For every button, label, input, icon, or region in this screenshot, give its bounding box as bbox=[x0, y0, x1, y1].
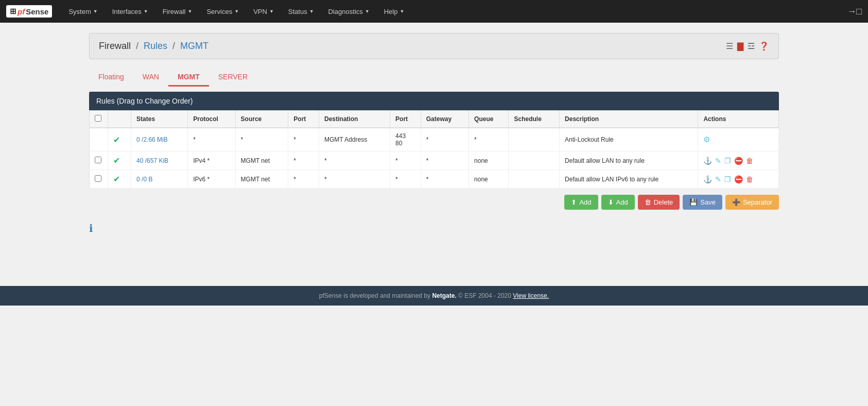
row3-source: MGMT net bbox=[235, 170, 288, 189]
navbar-right: →□ bbox=[847, 6, 862, 17]
row3-queue: none bbox=[469, 170, 509, 189]
separator-button[interactable]: ➕ Separator bbox=[725, 195, 779, 210]
row2-gateway: * bbox=[421, 151, 468, 170]
row1-schedule bbox=[509, 128, 560, 151]
table-icon[interactable]: ☲ bbox=[748, 41, 755, 51]
col-gateway: Gateway bbox=[421, 111, 468, 128]
row2-states[interactable]: 40 /657 KiB bbox=[131, 151, 188, 170]
save-button[interactable]: 💾 Save bbox=[683, 195, 722, 210]
save-icon: 💾 bbox=[689, 198, 698, 206]
row2-schedule bbox=[509, 151, 560, 170]
copy-icon[interactable]: ❐ bbox=[724, 157, 731, 165]
footer-netgate: Netgate. bbox=[432, 292, 456, 299]
col-schedule: Schedule bbox=[509, 111, 560, 128]
tab-mgmt[interactable]: MGMT bbox=[168, 69, 209, 87]
row1-port-src: * bbox=[288, 128, 319, 151]
anchor-icon[interactable]: ⚓ bbox=[703, 175, 712, 183]
enabled-check-icon: ✔ bbox=[113, 175, 120, 183]
pencil-icon[interactable]: ✎ bbox=[715, 175, 721, 183]
logo-icon: ⊞ bbox=[10, 7, 16, 16]
gear-icon[interactable]: ⚙ bbox=[703, 135, 710, 144]
table-header-row: States Protocol Source Port Destination … bbox=[90, 111, 779, 128]
col-enabled bbox=[108, 111, 131, 128]
copy-icon[interactable]: ❐ bbox=[724, 175, 731, 183]
table-row: ✔ 0 /0 B IPv6 * MGMT net * * * * none De… bbox=[90, 170, 779, 189]
row3-checkbox-cell bbox=[90, 170, 108, 189]
nav-services[interactable]: Services ▼ bbox=[200, 5, 245, 19]
nav-help[interactable]: Help ▼ bbox=[378, 5, 411, 19]
add-down-button[interactable]: ⬇ Add bbox=[601, 195, 635, 210]
row1-source: * bbox=[235, 128, 288, 151]
row1-queue: * bbox=[469, 128, 509, 151]
row3-actions: ⚓ ✎ ❐ ⛔ 🗑 bbox=[698, 170, 779, 189]
select-all-checkbox[interactable] bbox=[95, 115, 101, 122]
breadcrumb-icons: ☰ ▇ ☲ ❓ bbox=[726, 41, 769, 51]
row1-states[interactable]: 0 /2.66 MiB bbox=[131, 128, 188, 151]
row2-port-dst: * bbox=[390, 151, 421, 170]
col-port-src: Port bbox=[288, 111, 319, 128]
col-states: States bbox=[131, 111, 188, 128]
row3-port-dst: * bbox=[390, 170, 421, 189]
navbar: ⊞ pfSense System ▼ Interfaces ▼ Firewall… bbox=[0, 0, 868, 23]
row1-enabled: ✔ bbox=[108, 128, 131, 151]
footer-license-link[interactable]: View license. bbox=[513, 292, 549, 299]
col-source: Source bbox=[235, 111, 288, 128]
pencil-icon[interactable]: ✎ bbox=[715, 157, 721, 165]
footer: pfSense is developed and maintained by N… bbox=[0, 286, 868, 306]
footer-brand: pfSense bbox=[319, 292, 342, 299]
col-checkbox bbox=[90, 111, 108, 128]
trash-icon[interactable]: 🗑 bbox=[746, 157, 753, 165]
table-row: ✔ 0 /2.66 MiB * * * MGMT Address 44380 *… bbox=[90, 128, 779, 151]
bc-sep2: / bbox=[172, 41, 178, 51]
delete-button[interactable]: 🗑 Delete bbox=[638, 195, 680, 210]
row2-description: Default allow LAN to any rule bbox=[560, 151, 698, 170]
bc-sep1: / bbox=[136, 41, 141, 51]
anchor-icon[interactable]: ⚓ bbox=[703, 157, 712, 165]
row3-schedule bbox=[509, 170, 560, 189]
row1-gateway: * bbox=[421, 128, 468, 151]
help-icon[interactable]: ❓ bbox=[759, 41, 769, 51]
row2-actions: ⚓ ✎ ❐ ⛔ 🗑 bbox=[698, 151, 779, 170]
row2-checkbox-cell bbox=[90, 151, 108, 170]
row3-states[interactable]: 0 /0 B bbox=[131, 170, 188, 189]
row2-enabled: ✔ bbox=[108, 151, 131, 170]
tabs: Floating WAN MGMT SERVER bbox=[89, 69, 779, 87]
nav-system[interactable]: System ▼ bbox=[62, 5, 103, 19]
row3-gateway: * bbox=[421, 170, 468, 189]
row1-actions: ⚙ bbox=[698, 128, 779, 151]
enabled-check-icon: ✔ bbox=[113, 136, 120, 144]
tab-server[interactable]: SERVER bbox=[209, 69, 257, 87]
nav-interfaces[interactable]: Interfaces ▼ bbox=[106, 5, 154, 19]
tab-floating[interactable]: Floating bbox=[89, 69, 133, 87]
nav-diagnostics[interactable]: Diagnostics ▼ bbox=[322, 5, 376, 19]
row2-checkbox[interactable] bbox=[95, 157, 101, 163]
logout-icon[interactable]: →□ bbox=[847, 6, 862, 16]
trash-icon[interactable]: 🗑 bbox=[746, 175, 753, 183]
footer-text-mid: is developed and maintained by bbox=[343, 292, 432, 299]
nav-firewall[interactable]: Firewall ▼ bbox=[157, 5, 199, 19]
col-queue: Queue bbox=[469, 111, 509, 128]
bc-rules[interactable]: Rules bbox=[144, 41, 167, 51]
col-description: Description bbox=[560, 111, 698, 128]
info-icon[interactable]: ℹ bbox=[89, 222, 779, 234]
row2-port-src: * bbox=[288, 151, 319, 170]
rules-table: States Protocol Source Port Destination … bbox=[89, 110, 779, 189]
col-actions: Actions bbox=[698, 111, 779, 128]
plus-icon: ➕ bbox=[732, 198, 740, 206]
table-header: Rules (Drag to Change Order) bbox=[89, 92, 779, 110]
bc-mgmt: MGMT bbox=[180, 41, 209, 51]
filter-icon[interactable]: ☰ bbox=[726, 41, 733, 51]
row3-description: Default allow LAN IPv6 to any rule bbox=[560, 170, 698, 189]
row1-port-dst: 44380 bbox=[390, 128, 421, 151]
nav-vpn[interactable]: VPN ▼ bbox=[247, 5, 280, 19]
row2-source: MGMT net bbox=[235, 151, 288, 170]
page-content: Firewall / Rules / MGMT ☰ ▇ ☲ ❓ Floating… bbox=[74, 23, 794, 245]
block-icon[interactable]: ⛔ bbox=[734, 175, 743, 183]
row3-checkbox[interactable] bbox=[95, 175, 101, 182]
tab-wan[interactable]: WAN bbox=[133, 69, 168, 87]
brand-logo[interactable]: ⊞ pfSense bbox=[6, 5, 52, 18]
add-up-button[interactable]: ⬆ Add bbox=[564, 195, 598, 210]
nav-status[interactable]: Status ▼ bbox=[282, 5, 320, 19]
block-icon[interactable]: ⛔ bbox=[734, 157, 743, 165]
bar-chart-icon[interactable]: ▇ bbox=[737, 41, 743, 51]
